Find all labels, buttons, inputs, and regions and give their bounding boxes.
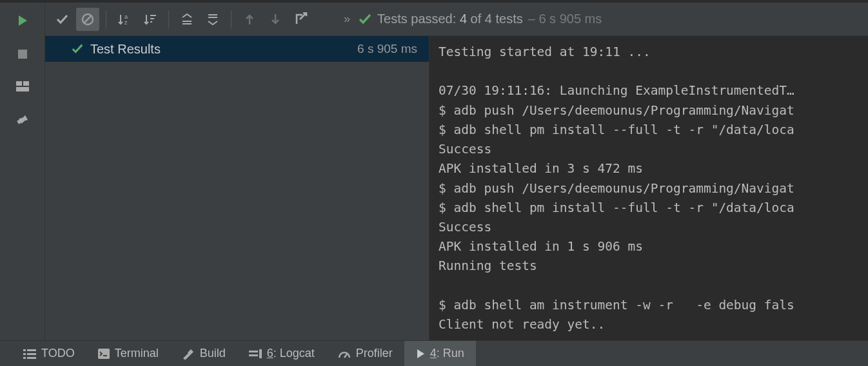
terminal-icon (98, 349, 110, 359)
prev-failed-button[interactable] (238, 8, 261, 31)
svg-rect-16 (27, 357, 36, 359)
test-results-label: Test Results (90, 42, 351, 57)
show-passed-button[interactable] (50, 8, 74, 31)
test-results-time: 6 s 905 ms (357, 42, 417, 56)
terminal-tab[interactable]: Terminal (86, 341, 170, 366)
sort-duration-button[interactable] (139, 8, 162, 31)
svg-rect-13 (23, 353, 26, 355)
svg-rect-20 (259, 349, 262, 358)
play-icon (416, 349, 425, 359)
svg-rect-19 (249, 354, 258, 356)
overflow-chevron[interactable]: » (344, 12, 350, 26)
svg-line-5 (84, 15, 92, 23)
stop-button[interactable] (17, 49, 28, 59)
expand-all-button[interactable] (175, 8, 199, 31)
svg-rect-15 (23, 357, 26, 359)
collapse-all-button[interactable] (201, 8, 224, 31)
run-tab[interactable]: 4: Run (404, 341, 476, 366)
svg-rect-17 (98, 349, 110, 359)
svg-rect-1 (16, 81, 22, 86)
svg-rect-0 (18, 50, 27, 59)
svg-line-21 (344, 353, 348, 358)
check-icon (358, 12, 372, 26)
logcat-icon (249, 349, 262, 358)
sort-alpha-button[interactable]: az (113, 8, 136, 31)
check-icon (71, 43, 84, 55)
svg-rect-2 (23, 81, 29, 86)
pin-button[interactable] (16, 113, 29, 126)
todo-tab[interactable]: TODO (12, 341, 86, 366)
build-tab[interactable]: Build (170, 341, 237, 366)
svg-rect-14 (27, 353, 36, 355)
svg-text:z: z (124, 19, 128, 26)
test-toolbar: az » (45, 3, 868, 36)
test-status-text: Tests passed: 4 of 4 tests – 6 s 905 ms (358, 12, 602, 26)
svg-rect-18 (249, 351, 258, 352)
svg-rect-12 (27, 349, 36, 351)
svg-rect-3 (16, 87, 29, 92)
svg-rect-11 (23, 349, 26, 351)
profiler-tab[interactable]: Profiler (326, 341, 404, 366)
list-icon (23, 349, 36, 359)
test-results-row[interactable]: Test Results 6 s 905 ms (45, 36, 429, 62)
test-tree-pane[interactable]: Test Results 6 s 905 ms (45, 36, 429, 340)
left-gutter (0, 3, 45, 340)
svg-rect-9 (150, 18, 154, 19)
logcat-tab[interactable]: 6: Logcat (237, 341, 326, 366)
svg-rect-10 (150, 21, 152, 23)
console-output[interactable]: Testing started at 19:11 ... 07/30 19:11… (429, 36, 868, 340)
next-failed-button[interactable] (264, 8, 287, 31)
svg-rect-8 (150, 15, 156, 16)
show-ignored-button[interactable] (76, 8, 99, 31)
rerun-button[interactable] (16, 14, 29, 27)
layout-button[interactable] (16, 81, 29, 92)
bottom-tool-bar: TODO Terminal Build 6: Logcat Profiler 4… (0, 340, 868, 366)
hammer-icon (182, 348, 195, 360)
export-results-button[interactable] (290, 8, 313, 31)
gauge-icon (338, 349, 351, 359)
